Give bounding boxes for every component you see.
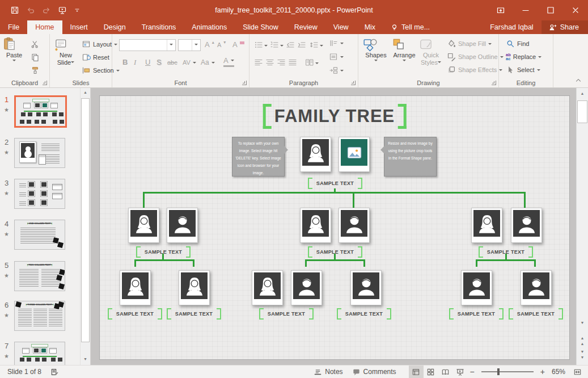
- zoom-in-button[interactable]: +: [538, 367, 547, 376]
- photo-woman[interactable]: [471, 208, 502, 243]
- align-text-icon[interactable]: [329, 51, 338, 62]
- tab-design[interactable]: Design: [96, 20, 134, 34]
- sample-text-label[interactable]: SAMPLE TEXT: [167, 308, 221, 320]
- scroll-down-icon[interactable]: ▼: [577, 318, 588, 327]
- instruction-callout-right[interactable]: Resize and move image by using the pictu…: [384, 137, 437, 177]
- character-spacing-button[interactable]: AV: [183, 57, 196, 68]
- align-left-icon[interactable]: [254, 57, 263, 68]
- sample-text-label[interactable]: SAMPLE TEXT: [308, 178, 362, 189]
- slide-thumbnail-3[interactable]: 3★: [14, 179, 65, 209]
- zoom-level[interactable]: 65%: [547, 366, 570, 378]
- shape-outline-button[interactable]: Shape Outline: [447, 51, 504, 62]
- minimize-icon[interactable]: [513, 0, 538, 20]
- scrollbar-thumb[interactable]: [577, 100, 587, 123]
- new-slide-button[interactable]: New Slide: [53, 37, 78, 66]
- slide-title[interactable]: FAMILY TREE: [263, 105, 407, 128]
- close-icon[interactable]: [563, 0, 588, 20]
- strikethrough-button[interactable]: abc: [167, 57, 177, 68]
- tab-animations[interactable]: Animations: [184, 20, 235, 34]
- photo-man[interactable]: [291, 270, 322, 305]
- tab-insert[interactable]: Insert: [62, 20, 96, 34]
- instruction-callout-left[interactable]: To replace with your own image. Select i…: [232, 137, 285, 177]
- quick-styles-button[interactable]: Quick Styles: [418, 37, 443, 66]
- clipboard-dialog-launcher[interactable]: [43, 81, 47, 85]
- slide-editing-area[interactable]: FAMILY TREE SAMPLE TEXTSAMPLE TEXTSAMPLE…: [99, 95, 570, 360]
- photo-woman[interactable]: [252, 270, 283, 305]
- paragraph-dialog-launcher[interactable]: [351, 81, 356, 85]
- font-color-button[interactable]: A: [223, 56, 234, 67]
- slide-thumbnail-5[interactable]: 5★TWO COLUMN TEXT: [14, 261, 65, 291]
- font-dialog-launcher[interactable]: [242, 81, 247, 85]
- maximize-icon[interactable]: [538, 0, 563, 20]
- smartart-icon[interactable]: [329, 65, 338, 76]
- shrink-font-button[interactable]: A▾: [217, 39, 226, 51]
- grow-font-button[interactable]: A▴: [205, 39, 214, 51]
- italic-button[interactable]: I: [134, 57, 136, 68]
- bullets-icon[interactable]: [254, 39, 263, 51]
- slide-thumbnail-7[interactable]: 7★: [14, 342, 65, 365]
- sample-text-label[interactable]: SAMPLE TEXT: [449, 308, 504, 320]
- notes-button[interactable]: Notes: [309, 366, 347, 378]
- sample-text-label[interactable]: SAMPLE TEXT: [479, 246, 533, 258]
- slide-thumbnail-1[interactable]: 1★: [14, 95, 67, 128]
- next-slide-icon[interactable]: ▼▼: [577, 349, 588, 360]
- drawing-dialog-launcher[interactable]: [492, 81, 496, 85]
- shape-effects-button[interactable]: Shape Effects: [447, 64, 502, 75]
- thumbnail-scrollbar[interactable]: ▲ ▼: [80, 88, 90, 365]
- qat-customize-icon[interactable]: [74, 7, 81, 14]
- redo-icon[interactable]: [42, 6, 51, 15]
- share-button[interactable]: Share: [542, 20, 588, 34]
- find-button[interactable]: Find: [506, 38, 529, 49]
- photo-man[interactable]: [461, 270, 492, 305]
- shapes-button[interactable]: Shapes: [363, 37, 389, 63]
- undo-icon[interactable]: [26, 6, 35, 15]
- slide-thumbnail-4[interactable]: 4★ONE COLUMN TEXT: [14, 220, 65, 250]
- tab-home[interactable]: Home: [27, 20, 62, 34]
- numbering-icon[interactable]: [270, 39, 279, 51]
- comments-button[interactable]: Comments: [348, 366, 401, 378]
- photo-man[interactable]: [167, 208, 198, 243]
- scroll-up-icon[interactable]: ▲: [81, 88, 90, 97]
- arrange-button[interactable]: Arrange: [391, 37, 417, 63]
- view-slideshow-icon[interactable]: [453, 366, 468, 378]
- shape-fill-button[interactable]: Shape Fill: [447, 38, 492, 49]
- zoom-out-button[interactable]: −: [468, 367, 477, 376]
- previous-slide-icon[interactable]: ▲▲: [577, 335, 588, 347]
- vertical-scrollbar[interactable]: ▲ ▼ ▲▲ ▼▼: [576, 88, 588, 365]
- photo-placeholder[interactable]: [339, 137, 370, 172]
- sample-text-label[interactable]: SAMPLE TEXT: [308, 246, 362, 258]
- save-icon[interactable]: [10, 6, 19, 15]
- sample-text-label[interactable]: SAMPLE TEXT: [108, 308, 162, 320]
- format-painter-icon[interactable]: [31, 65, 40, 76]
- font-name-combo[interactable]: [119, 39, 176, 51]
- change-case-button[interactable]: Aa: [201, 57, 215, 68]
- outdent-icon[interactable]: [286, 39, 295, 51]
- justify-icon[interactable]: [288, 57, 297, 68]
- underline-button[interactable]: U: [145, 57, 150, 68]
- align-center-icon[interactable]: [265, 57, 274, 68]
- tab-transitions[interactable]: Transitions: [134, 20, 184, 34]
- view-reading-icon[interactable]: [438, 366, 453, 378]
- proofing-icon[interactable]: [46, 366, 64, 378]
- paste-button[interactable]: Paste: [2, 37, 26, 63]
- zoom-slider-thumb[interactable]: [497, 368, 500, 375]
- align-right-icon[interactable]: [277, 57, 286, 68]
- photo-woman[interactable]: [179, 270, 210, 305]
- slide-thumbnail-2[interactable]: 2★: [14, 138, 65, 168]
- slide-thumbnail-preview[interactable]: THREE COLUMN TEXT: [14, 301, 65, 331]
- font-size-combo[interactable]: [178, 39, 201, 51]
- sample-text-label[interactable]: SAMPLE TEXT: [509, 308, 563, 320]
- zoom-slider[interactable]: [481, 371, 534, 372]
- text-direction-icon[interactable]: [329, 37, 338, 49]
- ribbon-display-icon[interactable]: [488, 0, 513, 20]
- replace-button[interactable]: abac Replace: [506, 51, 542, 62]
- account-name[interactable]: Farshad Iqbal: [482, 20, 541, 34]
- photo-man[interactable]: [339, 208, 370, 243]
- view-sorter-icon[interactable]: [424, 366, 438, 378]
- scroll-down-icon[interactable]: ▼: [81, 355, 90, 364]
- columns-icon[interactable]: [305, 57, 314, 68]
- select-button[interactable]: Select: [506, 64, 540, 75]
- bold-button[interactable]: B: [122, 57, 128, 68]
- slide-thumbnail-preview[interactable]: [14, 138, 65, 168]
- tab-slide-show[interactable]: Slide Show: [235, 20, 286, 34]
